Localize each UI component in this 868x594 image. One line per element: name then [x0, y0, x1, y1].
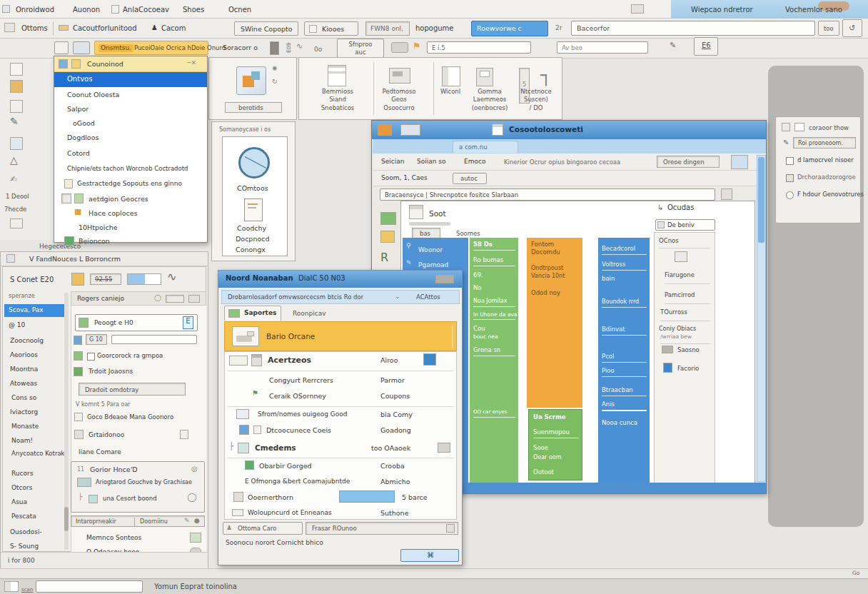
- menu-item[interactable]: Vochemlor sano: [785, 6, 842, 15]
- checkbox-label[interactable]: d lamocrvel nisoer: [797, 156, 854, 164]
- dialog-tab-active[interactable]: Saportes: [224, 306, 281, 321]
- field-value[interactable]: Suthone: [380, 509, 408, 518]
- window-vscrollbar[interactable]: [757, 155, 766, 482]
- prop-item[interactable]: TOurross: [660, 308, 710, 321]
- dropdown-item[interactable]: Salpor: [67, 105, 89, 114]
- content-row[interactable]: Grtaidonoo: [89, 431, 124, 439]
- win-menu-button[interactable]: Oreoe dingen: [657, 156, 720, 168]
- dialog-tab[interactable]: Roonpicav: [293, 310, 326, 318]
- grid-window-icon[interactable]: [442, 66, 460, 86]
- shape-label[interactable]: Conongx: [236, 246, 266, 254]
- row-checkbox[interactable]: [87, 353, 95, 361]
- field-value[interactable]: 5 barce: [402, 493, 428, 502]
- dropdown-item[interactable]: Dogdloos: [67, 134, 99, 142]
- toolbar-item[interactable]: Cacom: [161, 24, 186, 34]
- document-shape-icon[interactable]: [244, 198, 263, 221]
- window-tab[interactable]: a com.nu: [453, 141, 518, 153]
- refresh-icon[interactable]: ↺: [842, 19, 862, 37]
- sheet-tab-a[interactable]: bas: [412, 228, 440, 238]
- checkbox-label[interactable]: Drchoraadzorogroe: [797, 173, 856, 181]
- dropdown-item[interactable]: Chipnie/ets tachon Worcnob Coctradotd: [67, 165, 188, 173]
- chevron-down-icon[interactable]: ⌄: [395, 293, 400, 301]
- memento-row[interactable]: Memnco Sonteos: [86, 534, 141, 542]
- checkbox[interactable]: [786, 174, 794, 182]
- win-menu-item[interactable]: Seician: [381, 158, 404, 166]
- prop-image-icon[interactable]: [675, 251, 687, 262]
- prop-item[interactable]: Facorio: [677, 365, 699, 373]
- nav-item[interactable]: Ousodosi-: [10, 528, 42, 536]
- nav-item[interactable]: Cons so: [11, 394, 36, 402]
- note-blue-icon[interactable]: [423, 353, 436, 366]
- spinner-well[interactable]: [270, 41, 279, 55]
- tool-tab[interactable]: Sfnproo auc: [337, 39, 384, 58]
- corner-tab[interactable]: E6: [694, 37, 718, 56]
- nav-item[interactable]: Zoocnoolg: [10, 337, 44, 345]
- tool-value-chip[interactable]: 92.55: [90, 273, 121, 285]
- pen-tool-icon[interactable]: ✎: [10, 116, 19, 129]
- clip-tool-icon[interactable]: [10, 100, 23, 113]
- ok-button[interactable]: ⌘: [400, 549, 459, 562]
- prop-item[interactable]: Coniy Obiacs: [659, 326, 696, 333]
- toolbar-item[interactable]: Cacoutforlunitood: [73, 24, 136, 34]
- nav-item[interactable]: Anycoatco Kotrak: [11, 450, 66, 457]
- ribbon-label[interactable]: Gomma Laemmeos (oenbocres): [465, 88, 515, 112]
- search-input[interactable]: Baceorfor: [571, 21, 815, 36]
- dropdown-item[interactable]: aetdgion Geocres: [89, 195, 148, 203]
- stepper-icon[interactable]: [180, 430, 188, 439]
- prop-item[interactable]: Pamcirrod: [665, 291, 710, 304]
- field-value[interactable]: bia Comy: [380, 411, 413, 419]
- dropdown-item[interactable]: Beioncon: [79, 237, 110, 246]
- nav-item[interactable]: @ 10: [9, 321, 25, 329]
- nav-item[interactable]: Asua: [11, 498, 27, 506]
- dialog-banner[interactable]: Bario Orcane: [224, 321, 457, 351]
- gray-box-icon[interactable]: [438, 443, 450, 453]
- squiggle-icon[interactable]: ∿: [167, 270, 176, 284]
- sheet-green-icon[interactable]: [380, 212, 396, 225]
- selected-command[interactable]: Roewvorwe c: [471, 21, 548, 36]
- menu-item[interactable]: AnlaCocoeav: [123, 6, 169, 15]
- win-menu-item[interactable]: Emoco: [464, 158, 485, 166]
- taskbar-input[interactable]: [36, 580, 143, 593]
- field-value[interactable]: Crooba: [380, 462, 405, 470]
- nav-item[interactable]: Noam!: [11, 437, 33, 445]
- small-tool-button[interactable]: [54, 41, 69, 54]
- list-settings-icon[interactable]: [328, 65, 346, 86]
- select-tool-icon[interactable]: [10, 63, 23, 76]
- color-swatch[interactable]: [339, 490, 395, 503]
- address-go-icon[interactable]: [721, 188, 732, 200]
- nav-item-selected[interactable]: Scova, Pax: [4, 304, 66, 317]
- header-mini-button2[interactable]: [188, 295, 200, 303]
- nav-scroll-thumb[interactable]: [64, 507, 69, 531]
- stamp-tool-icon[interactable]: [10, 218, 23, 228]
- nav-item[interactable]: Moontna: [10, 366, 38, 373]
- dropdown-item[interactable]: Hace coploces: [89, 209, 138, 218]
- menu-item[interactable]: Wiepcao ndretror: [691, 6, 753, 15]
- record-row[interactable]: Peoogt e H0 E: [75, 314, 198, 331]
- mode-chip[interactable]: FWN8 onl,: [365, 21, 410, 36]
- folder-yellow-icon[interactable]: [380, 231, 395, 243]
- nav-item[interactable]: Atoweas: [10, 380, 37, 388]
- field-value[interactable]: Coupons: [380, 392, 410, 401]
- nav-scrollbar[interactable]: [64, 293, 69, 550]
- cube-3d-icon[interactable]: [236, 66, 266, 95]
- field-value[interactable]: Parmor: [380, 376, 405, 385]
- printer-tool-icon[interactable]: [391, 42, 408, 53]
- dialog-foot-left[interactable]: ♟Ottoma Caro: [223, 522, 303, 535]
- menu-item[interactable]: Ocnen: [228, 6, 251, 15]
- menu-item[interactable]: Onroidwod: [16, 6, 54, 15]
- dropdown-item[interactable]: Gestractedge Sopouts ens ginno: [77, 180, 182, 188]
- group-caption-chip[interactable]: berotids: [225, 102, 282, 113]
- toolbar-item[interactable]: Ottoms: [21, 24, 48, 34]
- taskbar-window-icon[interactable]: [4, 581, 19, 592]
- prop-item[interactable]: OCnos: [659, 237, 710, 248]
- nav-item[interactable]: Rucors: [11, 470, 33, 478]
- ribbon-label[interactable]: Ntcetnoce Suscen) / DO: [510, 88, 562, 112]
- prop-item[interactable]: Fiarugone: [665, 271, 710, 284]
- dropdown-header[interactable]: Counoinod ─✕: [54, 56, 207, 72]
- dropdown-item[interactable]: Coonut Oloesta: [67, 91, 119, 99]
- toolbar-group-button[interactable]: Kiooes: [304, 21, 358, 36]
- rail-letter[interactable]: R: [380, 251, 388, 265]
- ribbon-label[interactable]: Bemmioss Siand Snebaticos: [306, 88, 369, 112]
- sheet-tab-b[interactable]: Soomes: [456, 230, 480, 238]
- menu-item[interactable]: Auonon: [73, 6, 100, 15]
